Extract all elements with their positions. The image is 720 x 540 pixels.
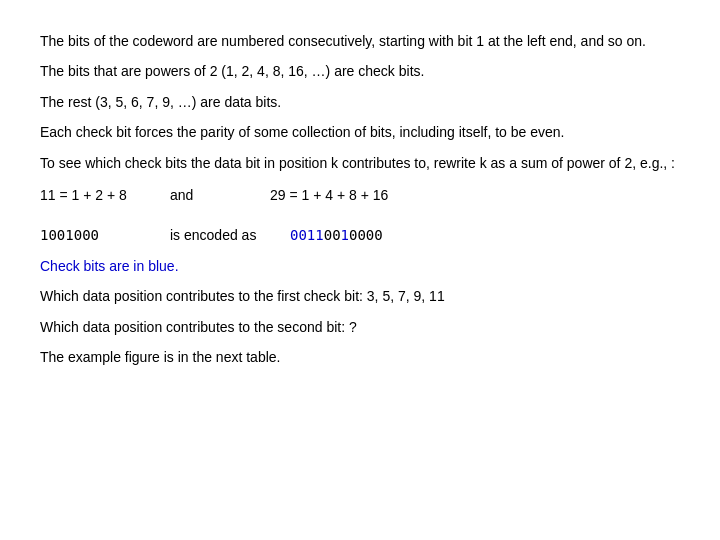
paragraph-3: The rest (3, 5, 6, 7, 9, …) are data bit… <box>40 91 680 113</box>
paragraph-6: Which data position contributes to the f… <box>40 285 680 307</box>
para3-text: The rest (3, 5, 6, 7, 9, …) are data bit… <box>40 94 281 110</box>
paragraph-2: The bits that are powers of 2 (1, 2, 4, … <box>40 60 680 82</box>
equation-right: 29 = 1 + 4 + 8 + 16 <box>270 184 450 206</box>
para7-values: ? <box>349 319 357 335</box>
equation-left: 11 = 1 + 2 + 8 <box>40 184 170 206</box>
paragraph-4: Each check bit forces the parity of some… <box>40 121 680 143</box>
para1-text: The bits of the codeword are numbered co… <box>40 33 646 49</box>
para6-values: 3, 5, 7, 9, 11 <box>367 288 445 304</box>
paragraph-5: To see which check bits the data bit in … <box>40 152 680 174</box>
para7-prefix: Which data position contributes to the s… <box>40 319 349 335</box>
encoded-label: is encoded as <box>170 224 290 246</box>
original-bits: 1001000 <box>40 224 170 246</box>
para8-text: The example figure is in the next table. <box>40 349 280 365</box>
para4-text: Each check bit forces the parity of some… <box>40 124 565 140</box>
paragraph-7: Which data position contributes to the s… <box>40 316 680 338</box>
equation-and: and <box>170 184 270 206</box>
blue-line-text: Check bits are in blue. <box>40 258 179 274</box>
para5-text: To see which check bits the data bit in … <box>40 155 675 171</box>
equation-row: 11 = 1 + 2 + 8 and 29 = 1 + 4 + 8 + 16 <box>40 184 680 206</box>
para2-text: The bits that are powers of 2 (1, 2, 4, … <box>40 63 424 79</box>
para6-prefix: Which data position contributes to the f… <box>40 288 367 304</box>
encoded-result: 00110010000 <box>290 224 383 246</box>
main-content: The bits of the codeword are numbered co… <box>0 0 720 406</box>
paragraph-1: The bits of the codeword are numbered co… <box>40 30 680 52</box>
paragraph-8: The example figure is in the next table. <box>40 346 680 368</box>
encoded-row: 1001000 is encoded as 00110010000 <box>40 224 680 246</box>
blue-line: Check bits are in blue. <box>40 255 680 277</box>
